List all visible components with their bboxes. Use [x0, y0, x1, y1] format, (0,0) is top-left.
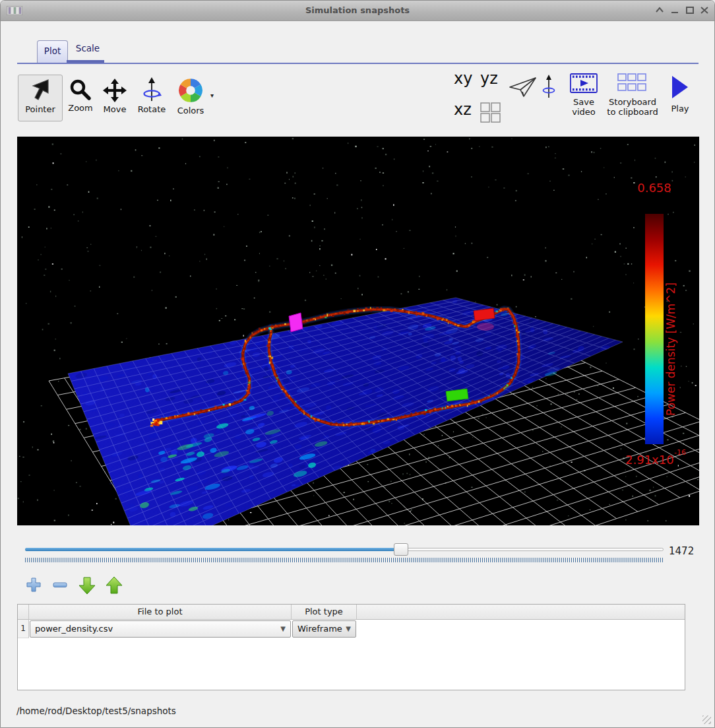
remove-row-button[interactable] [51, 576, 69, 596]
colorbar-axis-label: Power density [W/m^2] [664, 282, 677, 416]
minimize-icon[interactable] [669, 5, 681, 17]
tab-plot[interactable]: Plot [37, 40, 68, 63]
rotate-tool-button[interactable]: Rotate [133, 75, 170, 114]
rotate-axis-icon [141, 77, 162, 103]
menu-arrow-icon[interactable]: ▾ [210, 92, 214, 99]
move-row-up-button[interactable] [105, 576, 123, 597]
close-icon[interactable] [699, 5, 710, 17]
play-triangle-icon [670, 73, 690, 100]
view-yz-button[interactable]: yz [480, 69, 498, 88]
film-strip-icon [570, 73, 598, 93]
add-plus-icon [25, 576, 42, 593]
save-video-label-2: video [572, 107, 596, 117]
colorbar-max-label: 0.658 [637, 181, 671, 195]
chevron-down-icon: ▼ [346, 621, 351, 637]
save-video-label-1: Save [573, 97, 594, 107]
colorbar-min-exponent: -16 [674, 448, 686, 457]
storyboard-label-1: Storyboard [609, 97, 656, 107]
file-select-combo[interactable]: power_density.csv ▼ [30, 620, 291, 638]
colors-label: Colors [177, 106, 204, 116]
pointer-label: Pointer [25, 104, 55, 114]
frame-slider-handle[interactable] [394, 543, 408, 556]
storyboard-button[interactable]: Storyboard to clipboard [605, 73, 660, 117]
add-row-button[interactable] [25, 576, 42, 596]
resize-grip[interactable] [702, 715, 711, 724]
view-xy-button[interactable]: xy [454, 69, 472, 88]
colors-tool-button[interactable]: Colors [171, 75, 210, 116]
move-row-down-button[interactable] [78, 576, 96, 597]
port-red-shadow [477, 323, 494, 331]
move-up-arrow-icon [105, 576, 123, 595]
move-arrows-icon [102, 78, 127, 103]
move-down-arrow-icon [78, 576, 96, 595]
window-title: Simulation snapshots [1, 5, 714, 15]
chevron-down-icon: ▼ [280, 621, 286, 637]
storyboard-label-2: to clipboard [607, 107, 658, 117]
zoom-tool-button[interactable]: Zoom [65, 75, 96, 113]
pointer-tool-button[interactable]: Pointer [18, 75, 63, 121]
files-table: File to plot Plot type 1 power_density.c… [17, 604, 685, 690]
file-select-value: power_density.csv [35, 624, 113, 634]
status-path: /home/rod/Desktop/test5/snapshots [16, 706, 176, 716]
tabbar-divider [17, 63, 699, 64]
column-header-filler [357, 605, 685, 620]
play-label: Play [671, 104, 689, 114]
table-corner [18, 605, 29, 620]
remove-minus-icon [51, 576, 69, 593]
frame-slider-ticks [25, 558, 664, 562]
move-label: Move [104, 104, 127, 114]
column-header-file[interactable]: File to plot [29, 605, 292, 620]
rotate-axis-small-icon[interactable] [542, 74, 556, 103]
zoom-label: Zoom [68, 103, 92, 113]
tab-scale[interactable]: Scale [71, 43, 105, 59]
storyboard-frames-icon [617, 73, 648, 93]
frame-slider-fill [25, 548, 401, 551]
title-bar[interactable]: Simulation snapshots [1, 1, 714, 21]
roll-up-icon[interactable] [654, 5, 666, 17]
source-marker [289, 313, 303, 332]
colorbar-min-mantissa: 2.91x10 [625, 453, 674, 467]
frame-number: 1472 [669, 545, 694, 557]
color-wheel-icon [177, 77, 204, 104]
save-video-button[interactable]: Save video [565, 73, 602, 117]
colorbar [645, 214, 664, 444]
plot-3d-view[interactable]: 0.658 2.91x10 -16 Power density [W/m^2] [17, 137, 699, 525]
magnifier-icon [69, 78, 92, 102]
pointer-cursor-icon [28, 78, 52, 103]
paper-plane-icon[interactable] [509, 76, 538, 102]
column-header-type[interactable]: Plot type [292, 605, 357, 620]
view-xz-button[interactable]: xz [454, 100, 472, 119]
plot-type-combo[interactable]: Wireframe ▼ [292, 620, 356, 638]
move-tool-button[interactable]: Move [98, 75, 132, 114]
row-number: 1 [18, 620, 29, 638]
grid-views-icon[interactable] [480, 102, 501, 127]
maximize-icon[interactable] [684, 5, 696, 17]
app-window: Simulation snapshots Plot Scale Pointer … [0, 0, 715, 728]
rotate-label: Rotate [138, 104, 166, 114]
play-button[interactable]: Play [664, 73, 696, 114]
plot-type-value: Wireframe [297, 624, 342, 634]
